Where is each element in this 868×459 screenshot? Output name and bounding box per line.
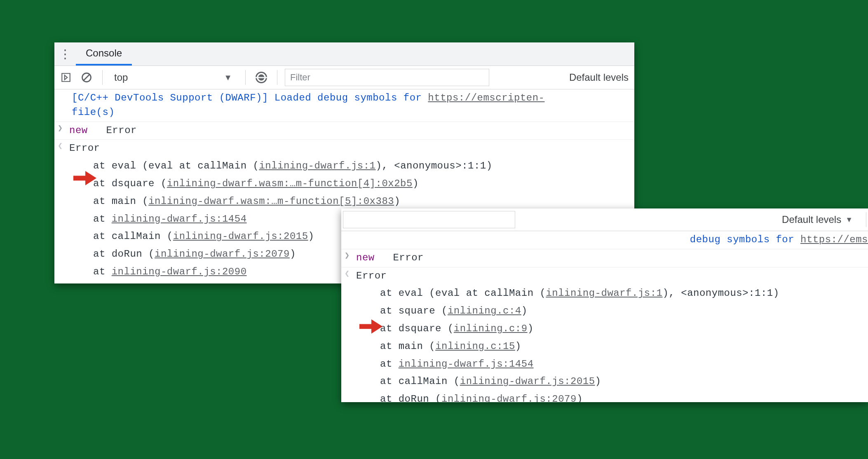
log-info-line: [C/C++ DevTools Support (DWARF)] Loaded … <box>54 89 634 122</box>
toolbar-divider <box>102 70 103 85</box>
frame-link[interactable]: inlining-dwarf.js:2015 <box>173 231 308 242</box>
stack-frame: at square (inlining.c:4) <box>341 302 868 320</box>
clear-console-icon[interactable] <box>78 69 95 86</box>
frame-prefix: at <box>93 213 112 225</box>
filter-input[interactable] <box>343 211 515 228</box>
log-info-line: debug symbols for https://ems <box>341 231 868 249</box>
info-suffix: file(s) <box>72 107 115 118</box>
frame-link[interactable]: inlining.c:9 <box>454 323 528 334</box>
frame-prefix: at callMain ( <box>380 376 460 387</box>
stack-frame: at doRun (inlining-dwarf.js:2079) <box>341 391 868 402</box>
frame-link[interactable]: inlining-dwarf.js:1454 <box>399 358 534 370</box>
stack-frame: at eval (eval at callMain (inlining-dwar… <box>341 285 868 302</box>
frame-link[interactable]: inlining-dwarf.js:1 <box>259 160 375 171</box>
stack-frame: at main (inlining.c:15) <box>341 338 868 356</box>
frame-suffix: ), <anonymous>:1:1) <box>663 288 779 299</box>
console-input-line[interactable]: new Error <box>54 122 634 140</box>
frame-prefix: at <box>380 358 399 370</box>
filter-input[interactable] <box>285 69 489 86</box>
frame-suffix: ) <box>290 248 296 260</box>
tab-strip: ⋮ Console <box>54 42 634 66</box>
tab-label: Console <box>86 47 122 59</box>
more-menu-icon[interactable]: ⋮ <box>54 48 76 60</box>
frame-suffix: ) <box>528 323 534 334</box>
frame-prefix: at main ( <box>93 196 148 207</box>
stack-frame: at callMain (inlining-dwarf.js:2015) <box>341 373 868 391</box>
show-drawer-icon[interactable] <box>58 69 74 86</box>
levels-label: Default levels <box>782 214 841 225</box>
devtools-panel-after: Default levels ▼ debug symbols for https… <box>341 208 868 402</box>
live-expression-icon[interactable] <box>253 69 270 86</box>
frame-link[interactable]: inlining-dwarf.js:2015 <box>460 376 595 387</box>
frame-suffix: ), <anonymous>:1:1) <box>376 160 493 171</box>
stack-frame: at dsquare (inlining.c:9) <box>341 320 868 338</box>
chevron-down-icon: ▼ <box>224 73 238 82</box>
console-toolbar: Default levels ▼ <box>341 208 868 231</box>
error-label: Error <box>356 270 387 281</box>
stack-frame: at main (inlining-dwarf.wasm:…m-function… <box>54 193 634 211</box>
frame-suffix: ) <box>595 376 601 387</box>
frame-prefix: at doRun ( <box>380 393 441 402</box>
stack-frame: at dsquare (inlining-dwarf.wasm:…m-funct… <box>54 175 634 193</box>
frame-prefix: at dsquare ( <box>380 323 454 334</box>
frame-link[interactable]: inlining-dwarf.wasm:…m-function[5]:0x383 <box>148 196 394 207</box>
info-link[interactable]: https://ems <box>800 234 868 245</box>
frame-link[interactable]: inlining-dwarf.js:2079 <box>155 248 290 260</box>
chevron-right-icon <box>58 124 63 133</box>
context-select[interactable]: top ▼ <box>110 72 238 83</box>
info-text: [C/C++ DevTools Support (DWARF)] Loaded … <box>72 92 428 103</box>
keyword-new: new <box>69 125 88 136</box>
frame-link[interactable]: inlining.c:4 <box>448 305 521 316</box>
frame-prefix: at callMain ( <box>93 231 173 242</box>
info-text: debug symbols for <box>690 234 800 245</box>
chevron-left-icon <box>58 142 63 150</box>
frame-suffix: ) <box>394 196 400 207</box>
log-levels-select[interactable]: Default levels <box>563 72 634 83</box>
frame-prefix: at square ( <box>380 305 448 316</box>
context-label: top <box>114 72 128 83</box>
frame-suffix: ) <box>308 231 314 242</box>
stack-frame: at inlining-dwarf.js:1454 <box>341 356 868 373</box>
levels-label: Default levels <box>569 72 629 83</box>
frame-suffix: ) <box>413 178 419 189</box>
console-toolbar: top ▼ Default levels <box>54 66 634 89</box>
frame-link[interactable]: inlining-dwarf.js:1 <box>546 288 662 299</box>
console-output-line[interactable]: Error <box>341 267 868 285</box>
frame-prefix: at eval (eval at callMain ( <box>93 160 259 171</box>
chevron-down-icon: ▼ <box>845 215 853 224</box>
frame-prefix: at <box>93 266 112 277</box>
frame-prefix: at doRun ( <box>93 248 155 260</box>
frame-suffix: ) <box>521 305 528 316</box>
svg-rect-4 <box>255 77 267 78</box>
frame-link[interactable]: inlining.c:15 <box>435 341 515 352</box>
error-label: Error <box>106 125 137 136</box>
log-levels-select[interactable]: Default levels ▼ <box>776 214 859 225</box>
toolbar-divider <box>277 70 277 85</box>
frame-prefix: at main ( <box>380 341 435 352</box>
stack-frame: at eval (eval at callMain (inlining-dwar… <box>54 157 634 175</box>
keyword-new: new <box>356 252 375 263</box>
error-label: Error <box>393 252 424 263</box>
frame-link[interactable]: inlining-dwarf.js:1454 <box>112 213 247 225</box>
frame-suffix: ) <box>515 341 521 352</box>
frame-prefix: at dsquare ( <box>93 178 167 189</box>
frame-prefix: at eval (eval at callMain ( <box>380 288 546 299</box>
chevron-right-icon <box>345 252 350 260</box>
chevron-left-icon <box>345 270 350 278</box>
info-link[interactable]: https://emscripten- <box>428 92 544 103</box>
console-output-line[interactable]: Error <box>54 139 634 157</box>
toolbar-divider <box>866 212 866 227</box>
error-label: Error <box>69 143 100 154</box>
svg-line-1 <box>84 75 89 80</box>
frame-link[interactable]: inlining-dwarf.wasm:…m-function[4]:0x2b5 <box>167 178 413 189</box>
frame-suffix: ) <box>577 393 583 402</box>
tab-console[interactable]: Console <box>76 42 132 66</box>
frame-link[interactable]: inlining-dwarf.js:2079 <box>441 393 577 402</box>
toolbar-divider <box>245 70 246 85</box>
console-input-line[interactable]: new Error <box>341 249 868 267</box>
log-area: debug symbols for https://ems new Error … <box>341 231 868 402</box>
frame-link[interactable]: inlining-dwarf.js:2090 <box>112 266 247 277</box>
